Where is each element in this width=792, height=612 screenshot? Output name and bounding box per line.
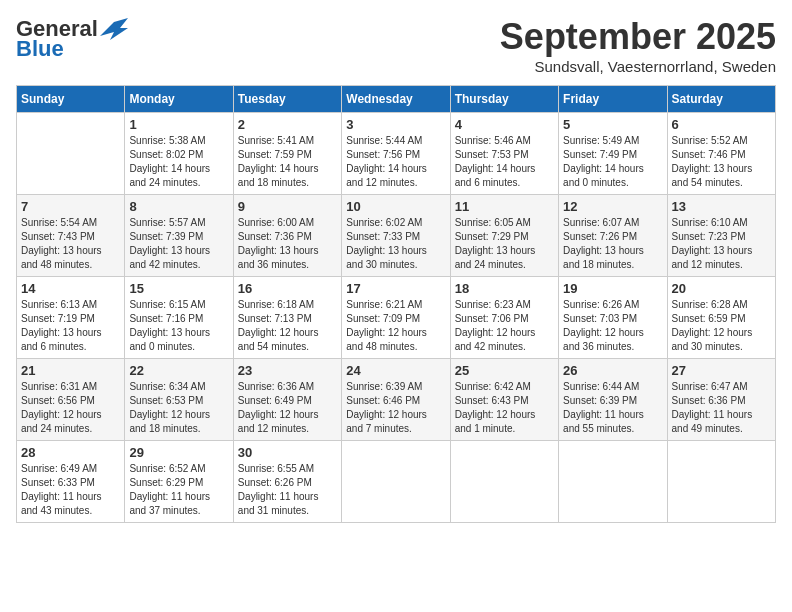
day-number: 22 (129, 363, 228, 378)
calendar-week-row: 7Sunrise: 5:54 AM Sunset: 7:43 PM Daylig… (17, 195, 776, 277)
day-number: 12 (563, 199, 662, 214)
day-number: 10 (346, 199, 445, 214)
day-number: 2 (238, 117, 337, 132)
day-info: Sunrise: 6:39 AM Sunset: 6:46 PM Dayligh… (346, 380, 445, 436)
calendar-cell (450, 441, 558, 523)
calendar-header-sunday: Sunday (17, 86, 125, 113)
day-number: 27 (672, 363, 771, 378)
calendar-cell: 1Sunrise: 5:38 AM Sunset: 8:02 PM Daylig… (125, 113, 233, 195)
calendar-cell: 18Sunrise: 6:23 AM Sunset: 7:06 PM Dayli… (450, 277, 558, 359)
calendar-header-thursday: Thursday (450, 86, 558, 113)
day-number: 5 (563, 117, 662, 132)
day-info: Sunrise: 5:46 AM Sunset: 7:53 PM Dayligh… (455, 134, 554, 190)
day-info: Sunrise: 6:13 AM Sunset: 7:19 PM Dayligh… (21, 298, 120, 354)
day-info: Sunrise: 6:21 AM Sunset: 7:09 PM Dayligh… (346, 298, 445, 354)
day-info: Sunrise: 6:31 AM Sunset: 6:56 PM Dayligh… (21, 380, 120, 436)
day-info: Sunrise: 6:02 AM Sunset: 7:33 PM Dayligh… (346, 216, 445, 272)
calendar-week-row: 1Sunrise: 5:38 AM Sunset: 8:02 PM Daylig… (17, 113, 776, 195)
day-info: Sunrise: 6:07 AM Sunset: 7:26 PM Dayligh… (563, 216, 662, 272)
day-info: Sunrise: 6:42 AM Sunset: 6:43 PM Dayligh… (455, 380, 554, 436)
page-header: General Blue September 2025 Sundsvall, V… (16, 16, 776, 75)
day-number: 7 (21, 199, 120, 214)
day-number: 13 (672, 199, 771, 214)
day-number: 24 (346, 363, 445, 378)
calendar-header-wednesday: Wednesday (342, 86, 450, 113)
calendar-cell: 13Sunrise: 6:10 AM Sunset: 7:23 PM Dayli… (667, 195, 775, 277)
calendar-cell: 2Sunrise: 5:41 AM Sunset: 7:59 PM Daylig… (233, 113, 341, 195)
day-number: 30 (238, 445, 337, 460)
day-number: 6 (672, 117, 771, 132)
day-number: 19 (563, 281, 662, 296)
calendar-cell: 30Sunrise: 6:55 AM Sunset: 6:26 PM Dayli… (233, 441, 341, 523)
day-info: Sunrise: 6:15 AM Sunset: 7:16 PM Dayligh… (129, 298, 228, 354)
day-info: Sunrise: 5:49 AM Sunset: 7:49 PM Dayligh… (563, 134, 662, 190)
day-number: 28 (21, 445, 120, 460)
calendar-week-row: 14Sunrise: 6:13 AM Sunset: 7:19 PM Dayli… (17, 277, 776, 359)
calendar-header-monday: Monday (125, 86, 233, 113)
calendar-cell: 22Sunrise: 6:34 AM Sunset: 6:53 PM Dayli… (125, 359, 233, 441)
day-info: Sunrise: 6:28 AM Sunset: 6:59 PM Dayligh… (672, 298, 771, 354)
day-info: Sunrise: 6:00 AM Sunset: 7:36 PM Dayligh… (238, 216, 337, 272)
day-number: 18 (455, 281, 554, 296)
day-info: Sunrise: 5:57 AM Sunset: 7:39 PM Dayligh… (129, 216, 228, 272)
calendar-cell: 19Sunrise: 6:26 AM Sunset: 7:03 PM Dayli… (559, 277, 667, 359)
day-number: 4 (455, 117, 554, 132)
day-number: 20 (672, 281, 771, 296)
calendar-cell: 3Sunrise: 5:44 AM Sunset: 7:56 PM Daylig… (342, 113, 450, 195)
calendar-table: SundayMondayTuesdayWednesdayThursdayFrid… (16, 85, 776, 523)
calendar-cell: 6Sunrise: 5:52 AM Sunset: 7:46 PM Daylig… (667, 113, 775, 195)
day-number: 26 (563, 363, 662, 378)
logo-bird-icon (100, 18, 128, 40)
calendar-cell: 11Sunrise: 6:05 AM Sunset: 7:29 PM Dayli… (450, 195, 558, 277)
day-info: Sunrise: 5:52 AM Sunset: 7:46 PM Dayligh… (672, 134, 771, 190)
calendar-cell: 21Sunrise: 6:31 AM Sunset: 6:56 PM Dayli… (17, 359, 125, 441)
day-info: Sunrise: 6:34 AM Sunset: 6:53 PM Dayligh… (129, 380, 228, 436)
calendar-cell: 10Sunrise: 6:02 AM Sunset: 7:33 PM Dayli… (342, 195, 450, 277)
day-number: 16 (238, 281, 337, 296)
calendar-cell: 15Sunrise: 6:15 AM Sunset: 7:16 PM Dayli… (125, 277, 233, 359)
calendar-cell: 12Sunrise: 6:07 AM Sunset: 7:26 PM Dayli… (559, 195, 667, 277)
day-info: Sunrise: 6:05 AM Sunset: 7:29 PM Dayligh… (455, 216, 554, 272)
day-info: Sunrise: 5:41 AM Sunset: 7:59 PM Dayligh… (238, 134, 337, 190)
calendar-week-row: 28Sunrise: 6:49 AM Sunset: 6:33 PM Dayli… (17, 441, 776, 523)
day-number: 9 (238, 199, 337, 214)
calendar-cell: 9Sunrise: 6:00 AM Sunset: 7:36 PM Daylig… (233, 195, 341, 277)
day-info: Sunrise: 6:55 AM Sunset: 6:26 PM Dayligh… (238, 462, 337, 518)
calendar-cell: 4Sunrise: 5:46 AM Sunset: 7:53 PM Daylig… (450, 113, 558, 195)
calendar-cell (342, 441, 450, 523)
svg-marker-0 (100, 18, 128, 40)
day-info: Sunrise: 6:18 AM Sunset: 7:13 PM Dayligh… (238, 298, 337, 354)
calendar-cell: 25Sunrise: 6:42 AM Sunset: 6:43 PM Dayli… (450, 359, 558, 441)
day-info: Sunrise: 6:23 AM Sunset: 7:06 PM Dayligh… (455, 298, 554, 354)
calendar-cell: 8Sunrise: 5:57 AM Sunset: 7:39 PM Daylig… (125, 195, 233, 277)
day-number: 21 (21, 363, 120, 378)
calendar-cell: 20Sunrise: 6:28 AM Sunset: 6:59 PM Dayli… (667, 277, 775, 359)
day-info: Sunrise: 5:54 AM Sunset: 7:43 PM Dayligh… (21, 216, 120, 272)
day-info: Sunrise: 6:10 AM Sunset: 7:23 PM Dayligh… (672, 216, 771, 272)
calendar-cell: 24Sunrise: 6:39 AM Sunset: 6:46 PM Dayli… (342, 359, 450, 441)
calendar-cell: 5Sunrise: 5:49 AM Sunset: 7:49 PM Daylig… (559, 113, 667, 195)
day-number: 17 (346, 281, 445, 296)
calendar-cell: 7Sunrise: 5:54 AM Sunset: 7:43 PM Daylig… (17, 195, 125, 277)
day-info: Sunrise: 6:49 AM Sunset: 6:33 PM Dayligh… (21, 462, 120, 518)
day-number: 25 (455, 363, 554, 378)
day-info: Sunrise: 5:38 AM Sunset: 8:02 PM Dayligh… (129, 134, 228, 190)
calendar-header-saturday: Saturday (667, 86, 775, 113)
day-info: Sunrise: 6:44 AM Sunset: 6:39 PM Dayligh… (563, 380, 662, 436)
day-number: 3 (346, 117, 445, 132)
calendar-cell: 29Sunrise: 6:52 AM Sunset: 6:29 PM Dayli… (125, 441, 233, 523)
month-title: September 2025 (500, 16, 776, 58)
calendar-cell: 14Sunrise: 6:13 AM Sunset: 7:19 PM Dayli… (17, 277, 125, 359)
day-info: Sunrise: 6:52 AM Sunset: 6:29 PM Dayligh… (129, 462, 228, 518)
day-number: 15 (129, 281, 228, 296)
title-block: September 2025 Sundsvall, Vaesternorrlan… (500, 16, 776, 75)
calendar-cell: 26Sunrise: 6:44 AM Sunset: 6:39 PM Dayli… (559, 359, 667, 441)
day-number: 14 (21, 281, 120, 296)
day-number: 29 (129, 445, 228, 460)
calendar-header-friday: Friday (559, 86, 667, 113)
calendar-header-row: SundayMondayTuesdayWednesdayThursdayFrid… (17, 86, 776, 113)
day-info: Sunrise: 6:36 AM Sunset: 6:49 PM Dayligh… (238, 380, 337, 436)
calendar-cell: 17Sunrise: 6:21 AM Sunset: 7:09 PM Dayli… (342, 277, 450, 359)
day-number: 1 (129, 117, 228, 132)
calendar-week-row: 21Sunrise: 6:31 AM Sunset: 6:56 PM Dayli… (17, 359, 776, 441)
